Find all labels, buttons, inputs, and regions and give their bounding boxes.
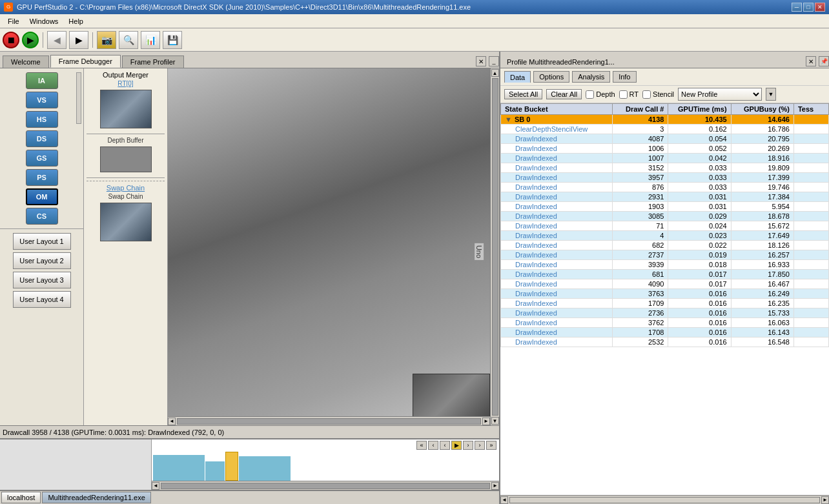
- profile-options-button[interactable]: ▼: [766, 88, 776, 101]
- left-panel-minimize[interactable]: _: [489, 56, 499, 66]
- table-row[interactable]: DrawIndexed27360.01615.733: [501, 308, 829, 318]
- table-row[interactable]: DrawIndexed10070.04218.916: [501, 154, 829, 163]
- table-row[interactable]: DrawIndexed40870.05420.795: [501, 134, 829, 144]
- viewport-scroll-down[interactable]: ▼: [491, 417, 499, 425]
- stage-ds-button[interactable]: DS: [26, 130, 58, 147]
- viewport-canvas[interactable]: ▲ ▼ Uno ◄ ►: [168, 68, 499, 425]
- clear-all-button[interactable]: Clear All: [546, 89, 582, 99]
- toolbar-btn2[interactable]: 🔍: [119, 31, 138, 49]
- tab-frame-profiler[interactable]: Frame Profiler: [122, 55, 184, 68]
- stage-cs-button[interactable]: CS: [26, 208, 58, 225]
- stage-om-button[interactable]: OM: [26, 188, 58, 205]
- right-panel-close[interactable]: ✕: [806, 56, 816, 66]
- right-tab-strip: Profile MultithreadedRendering1... ✕ 📌: [500, 52, 829, 68]
- depth-checkbox[interactable]: [586, 90, 594, 99]
- timeline-hscroll-left[interactable]: ◄: [152, 482, 159, 490]
- window-controls: ─ □ ✕: [792, 3, 825, 12]
- viewport-scroll-right[interactable]: ►: [482, 418, 490, 425]
- prof-tab-data[interactable]: Data: [504, 71, 531, 83]
- toolbar-capture-button[interactable]: 📷: [97, 31, 116, 49]
- right-panel-title: Profile MultithreadedRendering1...: [503, 56, 619, 68]
- toolbar-btn4[interactable]: 💾: [163, 31, 182, 49]
- stage-gs-button[interactable]: GS: [26, 150, 58, 166]
- table-row[interactable]: ▼SB 0413810.43514.646: [501, 115, 829, 125]
- user-layout-2-button[interactable]: User Layout 2: [13, 252, 71, 269]
- table-row[interactable]: DrawIndexed39390.01816.933: [501, 260, 829, 270]
- toolbar-play-button[interactable]: ▶: [22, 32, 39, 48]
- menu-bar: File Windows Help: [0, 14, 829, 28]
- viewport-scroll-up[interactable]: ▲: [491, 69, 499, 77]
- table-row[interactable]: DrawIndexed10060.05220.269: [501, 144, 829, 154]
- tab-frame-debugger[interactable]: Frame Debugger: [50, 55, 121, 68]
- right-hscroll-left[interactable]: ◄: [500, 496, 508, 504]
- table-row[interactable]: DrawIndexed27370.01916.257: [501, 250, 829, 260]
- stencil-checkbox[interactable]: [642, 90, 651, 99]
- stage-ps-button[interactable]: PS: [26, 169, 58, 186]
- select-all-button[interactable]: Select All: [504, 89, 542, 99]
- prof-tab-info[interactable]: Info: [613, 71, 636, 83]
- close-button[interactable]: ✕: [815, 3, 825, 12]
- title-bar: G GPU PerfStudio 2 - C:\Program Files (x…: [0, 0, 829, 14]
- depth-buffer-label: Depth Buffer: [87, 137, 165, 144]
- table-row[interactable]: DrawIndexed8760.03319.746: [501, 183, 829, 192]
- maximize-button[interactable]: □: [803, 3, 814, 12]
- prof-tab-options[interactable]: Options: [533, 71, 569, 83]
- new-profile-select[interactable]: New Profile: [678, 88, 762, 101]
- menu-help[interactable]: Help: [63, 16, 88, 26]
- user-layout-1-button[interactable]: User Layout 1: [13, 233, 71, 250]
- table-row[interactable]: DrawIndexed29310.03117.384: [501, 192, 829, 202]
- table-row[interactable]: DrawIndexed37620.01616.063: [501, 318, 829, 328]
- user-layout-3-button[interactable]: User Layout 3: [13, 272, 71, 288]
- col-gpu-busy[interactable]: GPUBusy (%): [731, 104, 793, 115]
- table-row[interactable]: DrawIndexed6820.02218.126: [501, 241, 829, 250]
- table-row[interactable]: DrawIndexed40.02317.649: [501, 231, 829, 241]
- table-row[interactable]: DrawIndexed31520.03319.809: [501, 163, 829, 173]
- left-tab-close[interactable]: ✕: [476, 56, 486, 66]
- table-row[interactable]: DrawIndexed25320.01616.548: [501, 338, 829, 347]
- col-state-bucket[interactable]: State Bucket: [501, 104, 613, 115]
- toolbar-stop-button[interactable]: ⏹: [3, 32, 19, 48]
- stencil-check-group: Stencil: [642, 90, 674, 99]
- profiler-action-bar: Select All Clear All Depth RT Stencil Ne…: [500, 86, 829, 103]
- timeline-left: [0, 439, 152, 490]
- swap-chain-thumbnail[interactable]: [100, 203, 152, 241]
- table-row[interactable]: DrawIndexed6810.01717.850: [501, 270, 829, 279]
- rt0-thumbnail[interactable]: [100, 90, 152, 128]
- toolbar-forward-button[interactable]: ▶: [69, 31, 88, 49]
- right-hscroll-right[interactable]: ►: [821, 496, 829, 504]
- rt-check-group: RT: [619, 90, 639, 99]
- user-layout-4-button[interactable]: User Layout 4: [13, 291, 71, 308]
- table-row[interactable]: DrawIndexed710.02415.672: [501, 221, 829, 231]
- right-panel-pin[interactable]: 📌: [819, 56, 829, 66]
- table-row[interactable]: DrawIndexed37630.01616.249: [501, 289, 829, 299]
- data-table[interactable]: State Bucket Draw Call # GPUTime (ms) GP…: [500, 103, 829, 495]
- col-gpu-time[interactable]: GPUTime (ms): [668, 104, 731, 115]
- menu-file[interactable]: File: [3, 16, 25, 26]
- table-row[interactable]: DrawIndexed39570.03317.399: [501, 173, 829, 183]
- toolbar-back-button[interactable]: ◀: [47, 31, 67, 49]
- taskbar-app[interactable]: MultithreadedRendering11.exe: [42, 492, 150, 503]
- taskbar-localhost[interactable]: localhost: [1, 492, 41, 503]
- viewport-scroll-left[interactable]: ◄: [168, 418, 176, 425]
- table-row[interactable]: DrawIndexed19030.0315.954: [501, 202, 829, 212]
- depth-thumbnail: [100, 146, 152, 172]
- prof-tab-analysis[interactable]: Analysis: [572, 71, 610, 83]
- col-draw-call[interactable]: Draw Call #: [612, 104, 668, 115]
- table-row[interactable]: DrawIndexed40900.01716.467: [501, 279, 829, 289]
- main-content: Welcome Frame Debugger Frame Profiler ✕ …: [0, 52, 829, 504]
- output-merger-panel: Output Merger RT[0] Depth Buffer Swap Ch…: [84, 68, 168, 425]
- toolbar-btn3[interactable]: 📊: [141, 31, 160, 49]
- tab-welcome[interactable]: Welcome: [3, 55, 49, 68]
- stage-vs-button[interactable]: VS: [26, 92, 58, 108]
- stage-hs-button[interactable]: HS: [26, 111, 58, 128]
- table-row[interactable]: DrawIndexed30850.02918.678: [501, 212, 829, 221]
- stage-ia-button[interactable]: IA: [26, 72, 58, 89]
- rt-checkbox[interactable]: [619, 90, 628, 99]
- minimize-button[interactable]: ─: [792, 3, 802, 12]
- table-row[interactable]: ClearDepthStencilView30.16216.786: [501, 125, 829, 134]
- menu-windows[interactable]: Windows: [25, 16, 64, 26]
- col-tess[interactable]: Tess: [793, 104, 828, 115]
- table-row[interactable]: DrawIndexed17090.01616.235: [501, 299, 829, 308]
- table-row[interactable]: DrawIndexed17080.01616.143: [501, 328, 829, 338]
- timeline-hscroll-right[interactable]: ►: [491, 482, 499, 490]
